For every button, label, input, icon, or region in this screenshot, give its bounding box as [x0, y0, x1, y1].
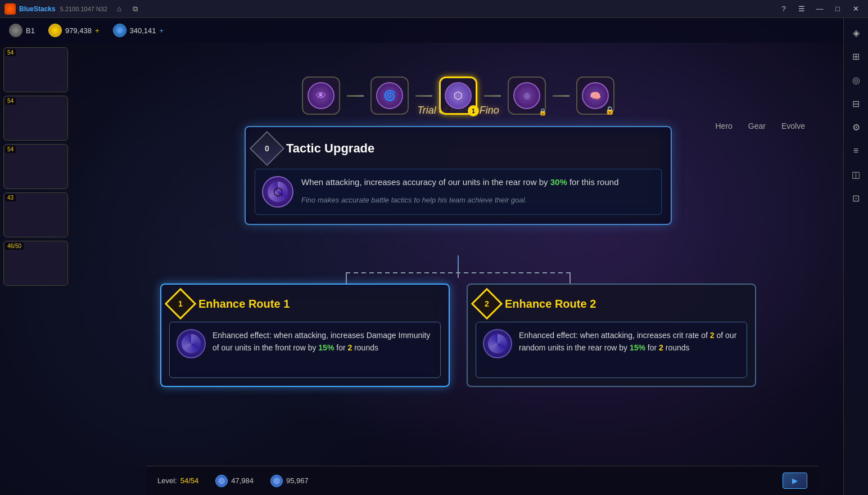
- enhance-route-2-text: Enhanced effect: when attacking, increas…: [519, 329, 740, 354]
- connector-horizontal: [346, 272, 571, 273]
- app-logo: [4, 3, 16, 15]
- tactic-icon-inner: ⬡: [268, 182, 288, 202]
- skill-node-5[interactable]: 🧠: [576, 76, 614, 115]
- sidebar-icon-5[interactable]: ⚙: [846, 117, 866, 137]
- sidebar-icon-1[interactable]: ◈: [846, 22, 866, 43]
- gem-value: 340,141: [130, 26, 156, 35]
- bottom-bar: Level: 54/54 ⬡ 47,984 ⬡ 95,967 ▶: [146, 466, 819, 495]
- level-value: 54/54: [180, 476, 199, 485]
- skill-node-1[interactable]: 👁: [302, 76, 340, 115]
- enhance-icon-1: [177, 329, 206, 358]
- sidebar-icon-2[interactable]: ⊞: [846, 46, 866, 66]
- gear-icon: [9, 24, 22, 37]
- tactic-header: 0 Tactic Upgrade: [255, 136, 662, 161]
- char-level-3: 54: [5, 146, 16, 153]
- gem-icon: [113, 24, 126, 37]
- bottom-stat-icon-1: ⬡: [215, 475, 228, 487]
- connector-vertical: [458, 255, 459, 278]
- home-icon[interactable]: ⌂: [114, 4, 124, 14]
- enhance-route-1-card[interactable]: 1 Enhance Route 1 Enhanced effect: when …: [160, 284, 450, 387]
- sidebar-icon-3[interactable]: ◎: [846, 70, 866, 90]
- route-2-diamond: 2: [471, 288, 503, 320]
- bottom-stat-2: ⬡ 95,967: [270, 475, 309, 487]
- char-level-4: 43: [5, 194, 16, 201]
- titlebar-icons: ⌂ ⧉: [114, 4, 140, 14]
- coin-icon: [48, 24, 62, 37]
- enhance-1-hl-2: 2: [347, 343, 352, 352]
- enhance-routes: 1 Enhance Route 1 Enhanced effect: when …: [160, 284, 756, 387]
- route-1-diamond: 1: [165, 288, 197, 320]
- main-content: Hero Gear Evolve Trial of Fate - Fino 👁 …: [73, 43, 843, 495]
- close-button[interactable]: ✕: [848, 3, 864, 15]
- menu-button[interactable]: ☰: [794, 3, 810, 15]
- enhance-icon-inner-1: [182, 334, 201, 353]
- duplicate-icon[interactable]: ⧉: [130, 4, 140, 14]
- tactic-icon: ⬡: [262, 176, 293, 208]
- titlebar: BlueStacks 5.2100.1047 N32 ⌂ ⧉ ? ☰ — □ ✕: [0, 0, 868, 18]
- char-card-5[interactable]: 46/50: [3, 241, 68, 286]
- tactic-desc: When attacking, increases accuracy of ou…: [301, 176, 654, 204]
- sidebar-icon-6[interactable]: ≡: [846, 141, 866, 161]
- route-1-number: 1: [178, 299, 183, 308]
- tactic-highlight: 30%: [550, 177, 567, 187]
- right-sidebar: ◈ ⊞ ◎ ⊟ ⚙ ≡ ◫ ⊡: [843, 18, 868, 495]
- enhance-route-2-header: 2 Enhance Route 2: [476, 292, 747, 315]
- gem-add[interactable]: +: [160, 26, 164, 35]
- tactic-card: 0 Tactic Upgrade ⬡ When attacking, incre…: [245, 126, 672, 225]
- left-sidebar: 54 54 54 43 46/50: [0, 43, 73, 495]
- enhance-1-text-3: rounds: [354, 343, 378, 352]
- skill-node-2[interactable]: 🌀: [370, 76, 409, 115]
- bottom-stat-value-2: 95,967: [286, 476, 309, 485]
- gear-resource: B1: [9, 24, 35, 37]
- bottom-action: ▶: [783, 472, 807, 489]
- char-card-3[interactable]: 54: [3, 144, 68, 189]
- tactic-body: ⬡ When attacking, increases accuracy of …: [255, 169, 662, 215]
- tab-gear[interactable]: Gear: [744, 119, 770, 133]
- skill-connector-2: [415, 95, 432, 97]
- enhance-route-1-header: 1 Enhance Route 1: [169, 292, 441, 315]
- enhance-icon-inner-2: [488, 334, 507, 353]
- sidebar-icon-7[interactable]: ◫: [846, 164, 866, 184]
- window-controls: ? ☰ — □ ✕: [776, 3, 864, 15]
- top-bar: B1 979,438 + 340,141 +: [0, 18, 868, 43]
- minimize-button[interactable]: —: [812, 3, 828, 15]
- sidebar-icon-4[interactable]: ⊟: [846, 93, 866, 114]
- bottom-confirm-button[interactable]: ▶: [783, 472, 807, 489]
- char-level-2: 54: [5, 97, 16, 105]
- maximize-button[interactable]: □: [830, 3, 846, 15]
- enhance-1-hl-1: 15%: [318, 343, 334, 352]
- tactic-text-2: for this round: [569, 177, 619, 187]
- skill-node-icon-1: 👁: [308, 82, 334, 109]
- tactic-level-diamond: 0: [250, 131, 284, 166]
- tab-evolve[interactable]: Evolve: [777, 119, 810, 133]
- tactic-level: 0: [265, 144, 269, 153]
- tactic-title: Tactic Upgrade: [286, 141, 374, 156]
- enhance-route-2-card[interactable]: 2 Enhance Route 2 Enhanced effect: when …: [467, 284, 756, 387]
- tab-hero[interactable]: Hero: [711, 119, 736, 133]
- bottom-stat-1: ⬡ 47,984: [215, 475, 254, 487]
- char-card-4[interactable]: 43: [3, 192, 68, 237]
- enhance-route-1-text: Enhanced effect: when attacking, increas…: [213, 329, 433, 354]
- skill-node-3[interactable]: ⬡ 1: [439, 76, 477, 115]
- enhance-route-1-body: Enhanced effect: when attacking, increas…: [169, 322, 441, 378]
- route-2-number: 2: [485, 299, 489, 308]
- sidebar-icon-8[interactable]: ⊡: [846, 188, 866, 208]
- char-level-5: 46/50: [5, 242, 24, 250]
- enhance-2-text-3: for: [648, 343, 657, 352]
- enhance-1-text-2: for: [336, 343, 345, 352]
- level-label: Level:: [157, 476, 177, 485]
- skill-connector-4: [553, 95, 569, 97]
- help-button[interactable]: ?: [776, 3, 792, 15]
- char-card-1[interactable]: 54: [3, 47, 68, 92]
- route-1-title: Enhance Route 1: [198, 298, 290, 310]
- bottom-stat-value-1: 47,984: [231, 476, 254, 485]
- skill-node-4[interactable]: ⊕ 🔒: [508, 76, 546, 115]
- coin-value: 979,438: [65, 26, 92, 35]
- skill-connector-1: [347, 95, 364, 97]
- enhance-2-text-4: rounds: [666, 343, 690, 352]
- coin-add[interactable]: +: [95, 26, 100, 35]
- route-2-title: Enhance Route 2: [505, 298, 596, 310]
- char-card-2[interactable]: 54: [3, 96, 68, 141]
- bottom-stat-icon-2: ⬡: [270, 475, 283, 487]
- enhance-route-2-body: Enhanced effect: when attacking, increas…: [476, 322, 747, 378]
